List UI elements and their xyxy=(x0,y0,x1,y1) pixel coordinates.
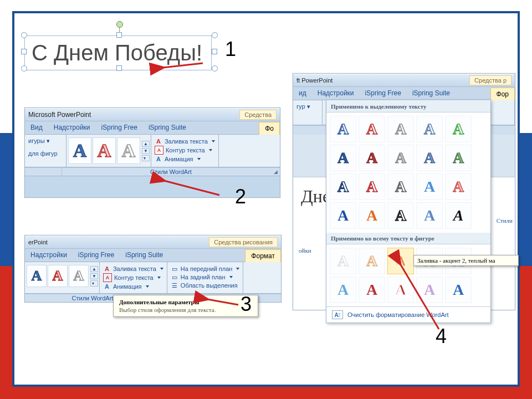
wb-7[interactable]: A xyxy=(359,277,385,303)
wordart-style-3[interactable]: A xyxy=(117,137,140,164)
wa-14[interactable]: A xyxy=(416,173,443,200)
tab-addins[interactable]: Надстройки xyxy=(48,121,96,134)
gallery-more-button[interactable]: ▾ xyxy=(142,155,150,161)
text-outline-3[interactable]: AКонтур текста xyxy=(103,273,163,282)
app-title-4: ft PowerPoint xyxy=(296,77,332,84)
panel-2: Microsoft PowerPoint Средства Вид Надстр… xyxy=(24,108,280,198)
shape-styles-frag[interactable]: для фигур xyxy=(28,150,63,157)
resize-handle-n[interactable] xyxy=(116,32,122,38)
wa-1[interactable]: A xyxy=(330,116,356,142)
tab-ispring-suite[interactable]: iSpring Suite xyxy=(143,121,192,134)
wa-3[interactable]: A xyxy=(387,116,414,142)
wordart-style-1b[interactable]: A xyxy=(27,265,47,287)
tab-ispring-free-4[interactable]: iSpring Free xyxy=(360,87,407,100)
wordart-style-3b[interactable]: A xyxy=(69,265,89,287)
dialog-launcher-2[interactable]: ◢ xyxy=(274,169,278,175)
selection-pane[interactable]: ☰Область выделения xyxy=(171,282,240,289)
wa-13[interactable]: A xyxy=(387,173,414,200)
wb-10[interactable]: A xyxy=(445,277,472,303)
resize-handle-sw[interactable] xyxy=(21,65,27,71)
wordart-style-2[interactable]: A xyxy=(93,137,116,164)
panel-3-titlebar: erPoint Средства рисования xyxy=(25,236,281,249)
text-outline-label: Контур текста xyxy=(166,147,205,154)
shapes-frag-4[interactable]: гур ▾ xyxy=(296,103,319,110)
text-fill[interactable]: AЗаливка текста xyxy=(155,137,215,145)
shapes-frag[interactable]: игуры ▾ xyxy=(28,137,63,145)
tab-view[interactable]: Вид xyxy=(25,121,48,134)
tab-ispring-free[interactable]: iSpring Free xyxy=(96,121,143,134)
side-frag-2: Стили xyxy=(497,217,513,224)
panel-2-titlebar: Microsoft PowerPoint Средства xyxy=(25,108,280,121)
wa-12[interactable]: A xyxy=(359,173,385,200)
panel-2-tabs: Вид Надстройки iSpring Free iSpring Suit… xyxy=(25,121,280,135)
wa-6[interactable]: A xyxy=(330,145,356,171)
resize-handle-se[interactable] xyxy=(212,65,218,71)
svg-line-2 xyxy=(207,299,238,305)
text-effects[interactable]: AАнимация xyxy=(155,155,215,163)
wordart-style-2b[interactable]: A xyxy=(48,265,68,287)
resize-handle-w[interactable] xyxy=(21,49,27,54)
wa-20[interactable]: A xyxy=(445,202,472,229)
wa-2[interactable]: A xyxy=(359,116,385,142)
context-tab-2: Средства xyxy=(239,110,277,120)
slide-frame: С Днем Победы! 1 Microsoft PowerPoint Ср… xyxy=(12,11,520,387)
send-back[interactable]: ▭На задний план xyxy=(171,273,240,281)
wa-19[interactable]: A xyxy=(416,202,443,229)
wb-2[interactable]: A xyxy=(359,248,385,274)
wb-1[interactable]: A xyxy=(330,248,356,274)
gallery-more-button-3[interactable]: ▾ xyxy=(90,280,98,287)
text-fill-icon-3: A xyxy=(103,265,111,273)
text-effects-label: Анимация xyxy=(165,156,193,162)
gallery-header-1: Применимо к выделенному тексту xyxy=(326,100,490,112)
callout-1: 1 xyxy=(225,38,236,61)
gallery-scroll-down-3[interactable]: ▼ xyxy=(90,273,98,279)
wa-9[interactable]: A xyxy=(416,145,443,171)
tab-format-4[interactable]: Фор xyxy=(490,88,515,100)
arrow-2 xyxy=(160,178,221,201)
resize-handle-ne[interactable] xyxy=(212,32,218,38)
text-effects-3[interactable]: AАнимация xyxy=(103,283,163,290)
wa-16[interactable]: A xyxy=(330,202,356,229)
wa-15[interactable]: A xyxy=(445,173,472,200)
wa-5[interactable]: A xyxy=(445,116,472,142)
wordart-group-text: Стили WordArt xyxy=(150,168,192,175)
wa-18[interactable]: A xyxy=(387,202,414,229)
svg-line-1 xyxy=(164,181,219,195)
wa-10[interactable]: A xyxy=(445,145,472,171)
tab-addins-4[interactable]: Надстройки xyxy=(312,87,360,100)
tab-ispring-suite-4[interactable]: iSpring Suite xyxy=(407,87,456,100)
text-fill-3[interactable]: AЗаливка текста xyxy=(103,265,163,273)
wa-17[interactable]: A xyxy=(359,202,385,229)
wordart-group-label-2: Стили WordArt ◢ xyxy=(62,167,280,176)
resize-handle-s[interactable] xyxy=(116,65,122,71)
gallery-section-1: A A A A A A A A A A A A A A A A A A A A xyxy=(326,112,490,232)
panel-4-titlebar: ft PowerPoint Средства р xyxy=(293,74,515,87)
tab-addins-3[interactable]: Надстройки xyxy=(25,249,73,262)
panel-4-tabs: ид Надстройки iSpring Free iSpring Suite… xyxy=(293,87,515,100)
wa-7[interactable]: A xyxy=(359,145,385,171)
resize-handle-nw[interactable] xyxy=(21,32,27,38)
wa-11[interactable]: A xyxy=(330,173,356,200)
tab-format-3[interactable]: Формат xyxy=(245,249,281,262)
wa-8[interactable]: A xyxy=(387,145,414,171)
gallery-scroll-down[interactable]: ▼ xyxy=(142,148,150,154)
text-fill-icon: A xyxy=(155,137,162,145)
resize-handle-e[interactable] xyxy=(212,49,217,54)
wa-4[interactable]: A xyxy=(416,116,443,142)
send-back-icon: ▭ xyxy=(171,273,178,281)
tab-ispring-free-3[interactable]: iSpring Free xyxy=(73,249,120,262)
tab-ispring-suite-3[interactable]: iSpring Suite xyxy=(120,249,168,262)
wb-6[interactable]: A xyxy=(330,277,356,303)
gallery-scroll-up[interactable]: ▲ xyxy=(142,141,150,147)
text-outline[interactable]: AКонтур текста xyxy=(155,146,215,155)
rotation-handle[interactable] xyxy=(116,21,123,28)
bring-front[interactable]: ▭На передний план xyxy=(171,265,240,273)
arrow-4 xyxy=(396,260,446,332)
tab-view-4[interactable]: ид xyxy=(293,87,312,100)
wordart-style-1[interactable]: A xyxy=(68,137,91,164)
tab-format-frag[interactable]: Фо xyxy=(259,122,280,135)
text-outline-icon-3: A xyxy=(103,273,112,282)
gallery-scroll-up-3[interactable]: ▲ xyxy=(90,266,98,272)
selection-icon: ☰ xyxy=(171,282,178,289)
textbox-text: С Днем Победы! xyxy=(32,40,202,65)
